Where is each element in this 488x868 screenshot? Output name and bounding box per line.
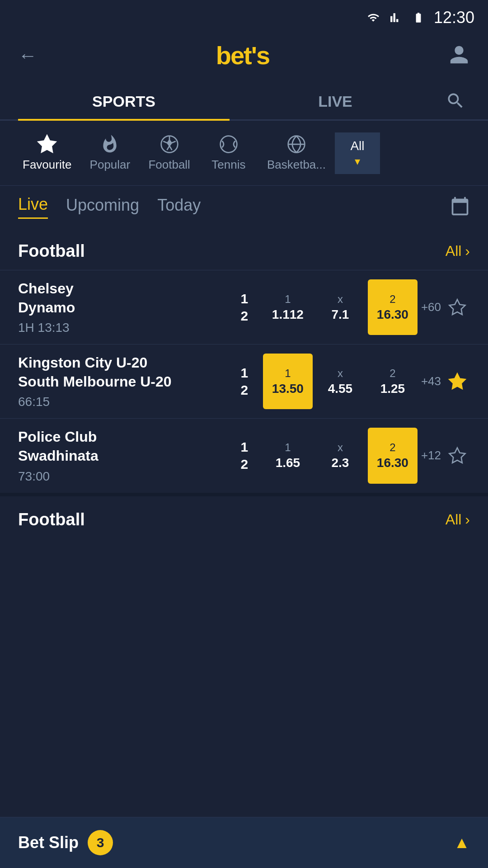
sport-item-popular[interactable]: Popular	[80, 130, 139, 176]
svg-marker-13	[450, 448, 465, 462]
status-bar: 12:30	[0, 0, 488, 32]
match-score-1: 1 2	[233, 279, 256, 335]
bet-count-badge: 3	[88, 830, 113, 855]
logo: bet's	[216, 41, 269, 70]
filter-tab-live[interactable]: Live	[18, 195, 48, 219]
battery-icon	[410, 12, 427, 24]
sport-all-button[interactable]: All ▾	[335, 132, 380, 174]
wifi-icon	[365, 12, 381, 24]
arrow-right-icon: ›	[465, 243, 470, 259]
more-odds-3[interactable]: +12	[418, 428, 445, 483]
svg-line-7	[163, 142, 167, 143]
sport-label-basketball: Basketba...	[267, 158, 326, 172]
odds-group-1: 1 1.112 x 7.1 2 16.30	[263, 279, 418, 335]
arrow-right-icon-2: ›	[465, 511, 470, 528]
favourite-star-2[interactable]	[445, 354, 470, 409]
tab-live[interactable]: LIVE	[230, 84, 441, 119]
sport-nav: Favourite Popular Football Tennis	[0, 121, 488, 186]
odds-home-3[interactable]: 1 1.65	[263, 428, 313, 483]
odds-draw-3[interactable]: x 2.3	[315, 428, 365, 483]
favourite-star-1[interactable]	[445, 279, 470, 335]
match-time-1: 1H 13:13	[18, 321, 233, 335]
match-teams-3: Police Club Swadhinata	[18, 428, 233, 465]
odds-group-3: 1 1.65 x 2.3 2 16.30	[263, 428, 418, 483]
search-button[interactable]	[441, 86, 470, 117]
calendar-button[interactable]	[450, 196, 470, 218]
sport-item-basketball[interactable]: Basketba...	[258, 130, 335, 176]
odds-away-2[interactable]: 2 1.25	[368, 354, 418, 409]
more-odds-2[interactable]: +43	[418, 354, 445, 409]
match-info-3: Police Club Swadhinata 73:00	[18, 428, 233, 483]
main-tabs: SPORTS LIVE	[0, 84, 488, 121]
sport-item-football[interactable]: Football	[139, 130, 199, 176]
favourite-star-3[interactable]	[445, 428, 470, 483]
odds-home-1[interactable]: 1 1.112	[263, 279, 313, 335]
match-score-2: 1 2	[233, 354, 256, 409]
filter-tab-upcoming[interactable]: Upcoming	[66, 196, 139, 218]
svg-point-8	[221, 136, 237, 153]
section-title-2: Football	[18, 510, 85, 529]
header: ← bet's	[0, 32, 488, 84]
section-header-1: Football All ›	[0, 228, 488, 270]
tab-sports[interactable]: SPORTS	[18, 84, 230, 119]
status-icons	[365, 12, 427, 24]
chevron-up-icon[interactable]: ▲	[454, 833, 470, 852]
odds-away-1[interactable]: 2 16.30	[368, 279, 418, 335]
filter-tab-today[interactable]: Today	[157, 196, 201, 218]
svg-marker-2	[167, 140, 171, 146]
sport-label-favourite: Favourite	[23, 158, 71, 172]
svg-marker-12	[450, 373, 465, 388]
svg-line-6	[167, 146, 169, 150]
sport-item-tennis[interactable]: Tennis	[199, 130, 258, 176]
section-header-2: Football All ›	[0, 496, 488, 538]
odds-group-2: 1 13.50 x 4.55 2 1.25	[263, 354, 418, 409]
odds-draw-2[interactable]: x 4.55	[315, 354, 365, 409]
sport-label-popular: Popular	[90, 158, 131, 172]
odds-home-2[interactable]: 1 13.50	[263, 354, 313, 409]
status-time: 12:30	[434, 8, 474, 27]
match-row-2: Kingston City U-20 South Melbourne U-20 …	[0, 344, 488, 418]
signal-icon	[388, 12, 404, 24]
svg-line-4	[171, 142, 175, 143]
match-teams-2: Kingston City U-20 South Melbourne U-20	[18, 354, 233, 391]
match-info-2: Kingston City U-20 South Melbourne U-20 …	[18, 354, 233, 409]
bet-slip-label: Bet Slip	[18, 833, 79, 852]
svg-marker-11	[450, 299, 465, 314]
sport-label-football: Football	[148, 158, 190, 172]
match-row-1: Chelsey Dynamo 1H 13:13 1 2 1 1.112 x 7.…	[0, 270, 488, 344]
sport-item-favourite[interactable]: Favourite	[14, 130, 80, 176]
match-info-1: Chelsey Dynamo 1H 13:13	[18, 279, 233, 335]
filter-tabs: Live Upcoming Today	[0, 186, 488, 228]
match-time-2: 66:15	[18, 395, 233, 409]
profile-button[interactable]	[448, 44, 470, 67]
more-odds-1[interactable]: +60	[418, 279, 445, 335]
section-divider	[0, 493, 488, 496]
match-score-3: 1 2	[233, 428, 256, 483]
section-title-1: Football	[18, 241, 85, 261]
match-teams-1: Chelsey Dynamo	[18, 279, 233, 317]
back-button[interactable]: ←	[18, 45, 37, 66]
odds-draw-1[interactable]: x 7.1	[315, 279, 365, 335]
chevron-down-icon: ▾	[355, 155, 360, 168]
section-all-1[interactable]: All ›	[446, 243, 470, 259]
bottom-bar: Bet Slip 3 ▲	[0, 817, 488, 868]
match-row-3: Police Club Swadhinata 73:00 1 2 1 1.65 …	[0, 418, 488, 492]
section-all-2[interactable]: All ›	[446, 511, 470, 528]
svg-marker-0	[39, 136, 56, 152]
svg-line-5	[169, 146, 172, 150]
odds-away-3[interactable]: 2 16.30	[368, 428, 418, 483]
match-time-3: 73:00	[18, 469, 233, 484]
sport-label-tennis: Tennis	[211, 158, 245, 172]
